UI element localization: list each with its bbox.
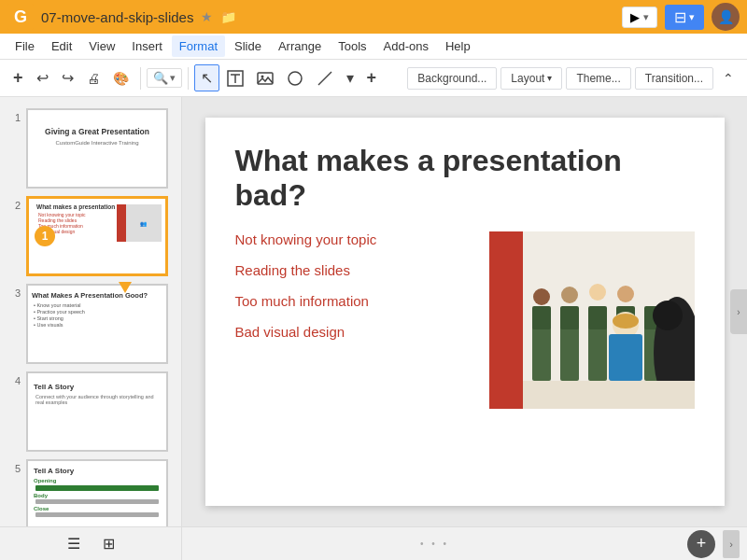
menu-slide[interactable]: Slide [227,35,269,57]
toolbar-right: Background... Layout ▾ Theme... Transiti… [407,67,740,90]
app-icon-inner: G [7,4,34,30]
more-tools-btn[interactable]: ▾ [341,65,359,91]
svg-point-5 [289,72,302,85]
svg-rect-13 [532,306,551,329]
canvas-title: What makes a presentation bad? [235,144,695,213]
edit-area[interactable]: What makes a presentation bad? Not knowi… [182,97,747,526]
svg-rect-8 [532,325,551,381]
menu-insert[interactable]: Insert [124,35,170,57]
canvas-list: Not knowing your topic Reading the slide… [235,231,471,355]
line-btn[interactable] [311,66,339,91]
select-tool-btn[interactable]: ↖ [194,64,219,91]
line-icon [317,70,333,87]
svg-point-20 [589,284,606,301]
folder-icon[interactable]: 📁 [220,9,236,24]
scroll-icon: › [737,307,740,317]
pagination-dots: • • • [420,539,449,549]
bottom-scroll-right-btn[interactable]: › [723,530,740,558]
redo-btn[interactable]: ↪ [56,65,79,91]
image-btn[interactable] [251,66,279,91]
slide-item-3[interactable]: 3 What Makes A Presentation Good? • Know… [0,280,181,368]
list-view-btn[interactable]: ☰ [63,531,84,556]
menu-tools[interactable]: Tools [331,35,374,57]
star-icon[interactable]: ★ [201,9,213,24]
svg-point-25 [613,314,639,329]
svg-rect-28 [523,381,695,409]
svg-line-6 [318,72,331,85]
slide-item-2[interactable]: 2 1 What makes a presentation bad? Not k… [0,192,181,280]
menu-edit[interactable]: Edit [44,35,79,57]
people-svg [523,231,695,409]
svg-point-27 [653,301,683,330]
bottom-bar: ☰ ⊞ • • • + › [0,526,747,560]
undo-btn[interactable]: ↩ [31,65,54,91]
layout-arrow: ▾ [547,73,552,83]
present-button[interactable]: ▶ ▾ [622,7,657,28]
image-icon [257,70,274,87]
user-avatar[interactable]: 👤 [712,3,740,31]
svg-rect-14 [560,306,579,329]
zoom-dropdown: ▾ [170,72,176,84]
toolbar: + ↩ ↪ 🖨 🎨 🔍 ▾ ↖ ▾ + Background... Layout… [0,60,747,97]
print-btn[interactable]: 🖨 [81,67,106,90]
sep2 [188,67,189,90]
menu-bar: File Edit View Insert Format Slide Arran… [0,34,747,60]
slide-item-4[interactable]: 4 Tell A Story Connect with your audienc… [0,368,181,455]
slide-item-1[interactable]: 1 Giving a Great Presentation CustomGuid… [0,105,181,192]
shape-btn[interactable] [281,66,309,91]
slides-mode-btn[interactable]: ⊟ ▾ [665,5,704,30]
slide-panel: 1 Giving a Great Presentation CustomGuid… [0,97,182,526]
theme-btn[interactable]: Theme... [566,67,630,90]
slide-badge: 1 [35,226,55,246]
shape-icon [287,70,303,87]
slides-dropdown[interactable]: ▾ [689,11,695,23]
sep1 [140,67,141,90]
right-scroll-handle[interactable]: › [730,289,747,334]
layout-btn[interactable]: Layout ▾ [500,67,562,90]
svg-rect-3 [258,73,273,84]
menu-file[interactable]: File [7,35,42,57]
menu-view[interactable]: View [81,35,122,57]
present-icon: ▶ [630,10,640,24]
svg-point-18 [533,288,550,305]
svg-rect-9 [560,325,579,381]
textbox-icon [227,70,244,87]
doc-title[interactable]: 07-move-and-skip-slides [41,9,193,25]
top-bar: G 07-move-and-skip-slides ★ 📁 ▶ ▾ ⊟ ▾ 👤 [0,0,747,34]
svg-point-19 [561,287,578,303]
svg-rect-10 [588,325,607,381]
svg-rect-24 [609,334,642,381]
menu-format[interactable]: Format [172,35,225,57]
textbox-btn[interactable] [221,66,249,91]
grid-view-btn[interactable]: ⊞ [99,531,119,556]
menu-help[interactable]: Help [438,35,478,57]
transition-btn[interactable]: Transition... [635,67,713,90]
add-slide-toolbar-btn[interactable]: + [7,64,29,91]
insert-extra-btn[interactable]: + [361,64,383,91]
list-item-1: Not knowing your topic [235,231,471,247]
svg-rect-15 [588,306,607,329]
list-item-2: Reading the slides [235,262,471,278]
slide-item-5[interactable]: 5 Tell A Story Opening Body Close [0,455,181,526]
slides-icon: ⊟ [674,8,686,26]
present-dropdown[interactable]: ▾ [643,11,649,23]
menu-arrange[interactable]: Arrange [271,35,329,57]
background-btn[interactable]: Background... [407,67,497,90]
canvas-image [489,231,695,409]
zoom-control[interactable]: 🔍 ▾ [147,68,182,88]
list-item-3: Too much information [235,293,471,309]
paint-btn[interactable]: 🎨 [107,67,134,90]
main-area: 1 Giving a Great Presentation CustomGuid… [0,97,747,526]
zoom-icon: 🔍 [153,71,168,85]
svg-point-21 [617,286,634,302]
slide-canvas: What makes a presentation bad? Not knowi… [205,118,725,506]
menu-addons[interactable]: Add-ons [376,35,436,57]
app-icon: G [7,4,34,30]
collapse-toolbar-btn[interactable]: ⌃ [717,67,740,90]
list-item-4: Bad visual design [235,324,471,340]
add-slide-bottom-btn[interactable]: + [687,530,715,558]
